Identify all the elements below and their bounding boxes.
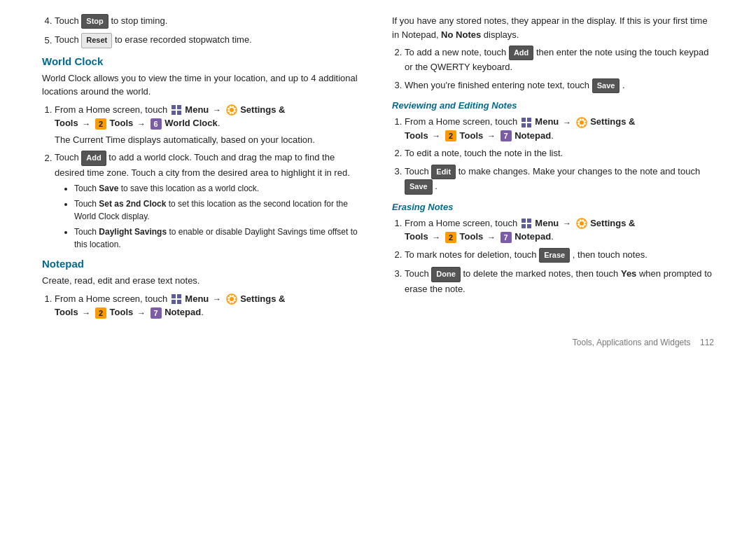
svg-point-47 bbox=[580, 221, 584, 226]
reviewing-title: Reviewing and Editing Notes bbox=[392, 100, 714, 111]
np-right-step-3: When you're finished entering note text,… bbox=[405, 78, 714, 93]
badge-2-np: 2 bbox=[95, 307, 106, 319]
erasing-title: Erasing Notes bbox=[392, 202, 714, 212]
svg-rect-44 bbox=[522, 224, 526, 228]
svg-point-5 bbox=[230, 108, 234, 112]
svg-rect-45 bbox=[527, 224, 531, 228]
svg-line-27 bbox=[227, 302, 229, 303]
right-intro: If you have any stored notes, they appea… bbox=[392, 14, 714, 41]
svg-line-55 bbox=[578, 226, 579, 228]
add-button-np[interactable]: Add bbox=[509, 46, 533, 60]
save-button-np[interactable]: Save bbox=[592, 78, 620, 93]
erase-button[interactable]: Erase bbox=[539, 248, 570, 263]
svg-rect-3 bbox=[177, 111, 181, 115]
notepad-steps-left: From a Home screen, touch Menu → bbox=[55, 292, 364, 319]
erasing-section: Erasing Notes From a Home screen, touch … bbox=[392, 202, 714, 296]
svg-line-38 bbox=[578, 119, 579, 120]
wc-step1-subtext: The Current Time displays automatically,… bbox=[55, 133, 364, 147]
svg-point-33 bbox=[580, 120, 584, 125]
svg-rect-17 bbox=[177, 300, 181, 304]
rev-step3-prefix: Touch bbox=[405, 166, 431, 176]
stop-button[interactable]: Stop bbox=[81, 14, 108, 29]
wc-step1-prefix: From a Home screen, touch bbox=[55, 104, 170, 115]
notepad-right-steps: To add a new note, touch Add then enter … bbox=[405, 46, 714, 93]
intro-steps: Touch Stop to stop timing. Touch Reset t… bbox=[42, 14, 364, 48]
reviewing-section: Reviewing and Editing Notes From a Home … bbox=[392, 100, 714, 194]
step-4: Touch Stop to stop timing. bbox=[55, 14, 364, 29]
notepad-title: Notepad bbox=[42, 258, 364, 270]
erasing-steps: From a Home screen, touch Menu → bbox=[405, 216, 714, 296]
svg-rect-28 bbox=[522, 118, 526, 122]
add-button-wc[interactable]: Add bbox=[81, 151, 106, 165]
svg-rect-1 bbox=[177, 105, 181, 109]
notepad-step-1: From a Home screen, touch Menu → bbox=[55, 292, 364, 319]
svg-line-41 bbox=[578, 125, 579, 126]
wc-step1-settings-label: Settings & bbox=[240, 104, 285, 115]
wc-step2-prefix: Touch bbox=[55, 153, 81, 163]
edit-button[interactable]: Edit bbox=[431, 165, 456, 179]
reviewing-step-3: Touch Edit to make changes. Make your ch… bbox=[405, 165, 714, 195]
reset-button[interactable]: Reset bbox=[81, 33, 112, 48]
np-step1-prefix: From a Home screen, touch bbox=[55, 293, 170, 304]
era-step3-text: to delete the marked notes, then touch bbox=[463, 268, 620, 279]
rev-step2-text: To edit a note, touch the note in the li… bbox=[405, 148, 563, 158]
svg-line-11 bbox=[234, 113, 235, 114]
left-column: Touch Stop to stop timing. Touch Reset t… bbox=[42, 14, 364, 324]
svg-line-53 bbox=[584, 226, 585, 228]
svg-line-24 bbox=[227, 296, 229, 297]
world-clock-title: World Clock bbox=[42, 55, 364, 67]
step5-suffix: to erase recorded stopwatch time. bbox=[115, 35, 252, 46]
np-menu-label: Menu bbox=[185, 293, 211, 304]
badge-2-rev: 2 bbox=[445, 130, 456, 141]
right-column: If you have any stored notes, they appea… bbox=[392, 14, 714, 324]
badge-7-era: 7 bbox=[500, 232, 512, 243]
svg-line-54 bbox=[584, 220, 585, 221]
badge-7-np: 7 bbox=[150, 307, 162, 319]
done-button[interactable]: Done bbox=[431, 267, 461, 282]
badge-2-era: 2 bbox=[445, 232, 456, 243]
bullet-2ndclock: Touch Set as 2nd Clock to set this locat… bbox=[74, 198, 364, 223]
wc-step1-menu-label: Menu bbox=[185, 104, 211, 115]
world-clock-step-2: Touch Add to add a world clock. Touch an… bbox=[55, 151, 364, 251]
settings-icon bbox=[226, 104, 237, 116]
svg-rect-43 bbox=[527, 219, 531, 223]
svg-rect-30 bbox=[522, 123, 526, 127]
erasing-step-2: To mark notes for deletion, touch Erase … bbox=[405, 248, 714, 263]
wc-step1-line2: Tools → 2 Tools → 6 World Clock. bbox=[55, 118, 220, 128]
svg-line-26 bbox=[234, 296, 235, 297]
wc-bullet-list: Touch Save to save this location as a wo… bbox=[74, 182, 364, 251]
save-button-rev[interactable]: Save bbox=[405, 179, 433, 194]
np-r3-prefix: When you're finished entering note text,… bbox=[405, 80, 592, 90]
menu-icon bbox=[171, 104, 182, 116]
reviewing-step-1: From a Home screen, touch Menu → bbox=[405, 115, 714, 142]
reviewing-step-2: To edit a note, touch the note in the li… bbox=[405, 146, 714, 160]
svg-rect-42 bbox=[522, 219, 526, 223]
rev-step1-prefix: From a Home screen, touch bbox=[405, 116, 520, 127]
notepad-description: Create, read, edit and erase text notes. bbox=[42, 274, 364, 288]
np-r2-prefix: To add a new note, touch bbox=[405, 47, 509, 57]
world-clock-section: World Clock World Clock allows you to vi… bbox=[42, 55, 364, 251]
svg-rect-14 bbox=[172, 294, 176, 298]
svg-line-12 bbox=[234, 106, 235, 108]
step5-text: Touch bbox=[55, 35, 81, 46]
badge-6: 6 bbox=[150, 118, 162, 130]
no-notes-bold: No Notes bbox=[441, 29, 481, 40]
menu-icon-era bbox=[521, 218, 532, 229]
svg-line-52 bbox=[578, 220, 579, 221]
step4-suffix: to stop timing. bbox=[111, 15, 167, 26]
right-intro-text2: displays. bbox=[481, 29, 519, 40]
bullet-daylight: Touch Daylight Savings to enable or disa… bbox=[74, 226, 364, 251]
world-clock-step-1: From a Home screen, touch Menu → bbox=[55, 103, 364, 147]
world-clock-description: World Clock allows you to view the time … bbox=[42, 71, 364, 99]
yes-bold: Yes bbox=[621, 268, 636, 279]
era-step3-prefix: Touch bbox=[405, 268, 431, 279]
np-r3-suffix: . bbox=[622, 80, 625, 90]
rev-step3-text: to make changes. Make your changes to th… bbox=[458, 166, 700, 176]
erasing-step-3: Touch Done to delete the marked notes, t… bbox=[405, 267, 714, 296]
bullet-save: Touch Save to save this location as a wo… bbox=[74, 182, 364, 195]
svg-line-10 bbox=[227, 106, 229, 108]
era-step2-text: , then touch notes. bbox=[573, 249, 648, 260]
svg-rect-16 bbox=[172, 300, 176, 304]
np-right-step-2: To add a new note, touch Add then enter … bbox=[405, 46, 714, 74]
right-intro-text1: If you have any stored notes, they appea… bbox=[392, 15, 708, 40]
